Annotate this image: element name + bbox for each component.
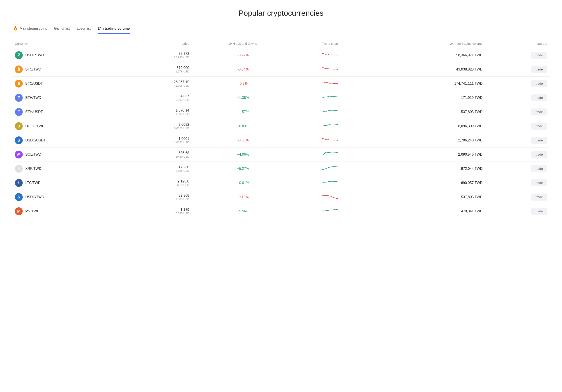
price-usd: 1.005 USD — [129, 112, 189, 116]
coin-icon-btc-usdt: ₿ — [15, 80, 23, 88]
trade-button[interactable]: trade — [531, 151, 547, 158]
change-cell: -0.15% — [191, 190, 295, 204]
operate-cell: trade — [484, 62, 549, 77]
price-main: 870,000 — [129, 66, 189, 70]
change-cell: +1.35% — [191, 91, 295, 105]
table-row: MMV/TWD1.1390.035 USD+5.56%479,341 TWDtr… — [13, 204, 549, 219]
trend-cell — [295, 176, 365, 190]
tab-label: Loser list — [77, 27, 91, 31]
volume-cell: 537,805 TWD — [365, 190, 484, 204]
tab-loser[interactable]: Loser list — [77, 27, 91, 34]
table-row: ✕XRP/TWD17.2300.535 USD+5.27%972,044 TWD… — [13, 162, 549, 176]
price-usd: 26,990 USD — [129, 56, 189, 59]
trend-cell — [295, 162, 365, 176]
price-usd: 1.005 USD — [129, 84, 189, 87]
trade-button[interactable]: trade — [531, 80, 547, 87]
coin-icon-usdc-usdt: $ — [15, 136, 23, 144]
trade-button[interactable]: trade — [531, 165, 547, 172]
change-cell: -0.34% — [191, 62, 295, 77]
volume-cell: 690,957 TWD — [365, 176, 484, 190]
operate-cell: trade — [484, 133, 549, 148]
price-cell: 32.3681.005 USD — [128, 190, 191, 204]
volume-cell: 2,090,546 TWD — [365, 148, 484, 162]
change-cell: +5.27% — [191, 162, 295, 176]
price-main: 1.0001 — [129, 137, 189, 141]
operate-cell: trade — [484, 119, 549, 133]
coin-name: XRP/TWD — [25, 167, 41, 171]
operate-cell: trade — [484, 176, 549, 190]
sparkline-chart — [321, 165, 339, 172]
price-cell: 656.6820.39 USD — [128, 148, 191, 162]
tab-volume[interactable]: 24h trading volume — [98, 27, 130, 34]
price-cell: 1.00011.0052 USD — [128, 133, 191, 148]
price-main: 32.368 — [129, 194, 189, 197]
col-header-operate: operate — [484, 39, 549, 48]
sparkline-chart — [321, 94, 339, 101]
price-main: 26,867.15 — [129, 80, 189, 84]
coin-icon-usdc-twd: $ — [15, 193, 23, 201]
trade-button[interactable]: trade — [531, 94, 547, 101]
change-cell: -0.22% — [191, 48, 295, 62]
trade-button[interactable]: trade — [531, 108, 547, 115]
coin-name: MV/TWD — [25, 209, 39, 213]
change-cell: +0.81% — [191, 176, 295, 190]
table-row: ÐDOGE/TWD2.00520.0623 USD+0.83%6,096,309… — [13, 119, 549, 133]
price-main: 1,670.14 — [129, 108, 189, 112]
col-header-change: 24H ups and downs — [191, 39, 295, 48]
operate-cell: trade — [484, 162, 549, 176]
trend-cell — [295, 148, 365, 162]
volume-cell: 58,366,971 TWD — [365, 48, 484, 62]
volume-cell: 171,919 TWD — [365, 91, 484, 105]
trend-cell — [295, 119, 365, 133]
table-row: ΞETH/TWD54,0670.062 USD+1.35%171,919 TWD… — [13, 91, 549, 105]
price-usd: 0.062 USD — [129, 98, 189, 102]
price-cell: 54,0670.062 USD — [128, 91, 191, 105]
change-cell: +5.56% — [191, 204, 295, 219]
tab-bar: 🔥Mainstream coinsGainer listLoser list24… — [13, 26, 549, 34]
sparkline-chart — [321, 122, 339, 129]
price-cell: 32.37226,990 USD — [128, 48, 191, 62]
trade-button[interactable]: trade — [531, 208, 547, 215]
trend-cell — [295, 77, 365, 91]
trend-cell — [295, 91, 365, 105]
coin-name: ETH/USDT — [25, 110, 43, 114]
table-row: $USDC/TWD32.3681.005 USD-0.15%537,805 TW… — [13, 190, 549, 204]
coin-name: LTC/TWD — [25, 181, 41, 185]
coin-icon-xrp-twd: ✕ — [15, 165, 23, 173]
price-usd: 1.005 USD — [129, 197, 189, 201]
price-usd: 65.9 USD — [129, 183, 189, 187]
table-row: ₿BTC/USDT26,867.151.005 USD-0.2%174,741,… — [13, 77, 549, 91]
price-usd: 20.39 USD — [129, 155, 189, 158]
operate-cell: trade — [484, 190, 549, 204]
coin-icon-doge-twd: Ð — [15, 122, 23, 130]
trade-button[interactable]: trade — [531, 137, 547, 144]
tab-mainstream[interactable]: 🔥Mainstream coins — [13, 26, 47, 34]
table-row: ₮USDT/TWD32.37226,990 USD-0.22%58,366,97… — [13, 48, 549, 62]
price-usd: 0.535 USD — [129, 169, 189, 173]
trend-cell — [295, 105, 365, 119]
table-row: ŁLTC/TWD2,123.065.9 USD+0.81%690,957 TWD… — [13, 176, 549, 190]
coin-name: USDC/USDT — [25, 138, 46, 142]
change-cell: +1.57% — [191, 105, 295, 119]
sparkline-chart — [321, 193, 339, 200]
trend-cell — [295, 62, 365, 77]
coin-name: ETH/TWD — [25, 96, 41, 100]
coin-icon-eth-usdt: Ξ — [15, 108, 23, 116]
col-header-price: price — [128, 39, 191, 48]
trade-button[interactable]: trade — [531, 194, 547, 201]
change-cell: -0.2% — [191, 77, 295, 91]
coin-name: BTC/TWD — [25, 68, 41, 71]
col-header-currency: Currency — [13, 39, 128, 48]
trade-button[interactable]: trade — [531, 179, 547, 186]
sparkline-chart — [321, 66, 339, 72]
trade-button[interactable]: trade — [531, 123, 547, 130]
trend-cell — [295, 48, 365, 62]
operate-cell: trade — [484, 48, 549, 62]
trade-button[interactable]: trade — [531, 66, 547, 73]
col-header-volume: 24-hour trading volume — [365, 39, 484, 48]
change-cell: +0.83% — [191, 119, 295, 133]
price-cell: 26,867.151.005 USD — [128, 77, 191, 91]
tab-gainer[interactable]: Gainer list — [54, 27, 70, 34]
trade-button[interactable]: trade — [531, 52, 547, 59]
price-usd: 0.0623 USD — [129, 127, 189, 130]
